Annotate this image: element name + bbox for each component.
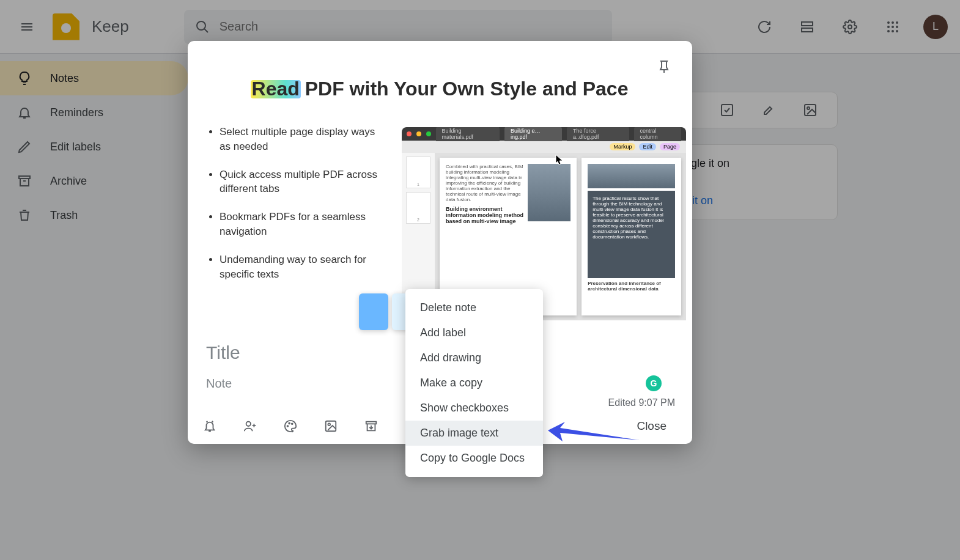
hero-bullet: Bookmark PDFs for a seamless navigation bbox=[220, 210, 383, 239]
svg-point-20 bbox=[292, 423, 293, 424]
note-body-input[interactable]: Note bbox=[206, 377, 232, 391]
hero-bullet-list: Select multiple page display ways as nee… bbox=[206, 125, 383, 326]
pdf-thumb: 2 bbox=[406, 192, 430, 224]
pdf-pill: Page bbox=[660, 143, 680, 150]
grammarly-icon[interactable]: G bbox=[646, 375, 662, 391]
hero-bullet: Undemanding way to search for specific t… bbox=[220, 252, 383, 282]
note-context-menu: Delete note Add label Add drawing Make a… bbox=[405, 289, 543, 477]
archive-note-icon[interactable] bbox=[363, 418, 380, 435]
menu-make-copy[interactable]: Make a copy bbox=[405, 370, 543, 396]
pdf-pill: Edit bbox=[639, 143, 656, 150]
note-hero-title: Read PDF with Your Own Style and Pace bbox=[188, 78, 692, 100]
menu-show-checkboxes[interactable]: Show checkboxes bbox=[405, 396, 543, 421]
collaborator-icon[interactable] bbox=[242, 418, 259, 435]
hero-bullet: Select multiple page display ways as nee… bbox=[220, 125, 383, 154]
pdf-tab: Building e…ing.pdf bbox=[504, 127, 562, 141]
pdf-tab: The force a..dfog.pdf bbox=[567, 127, 629, 141]
pdf-pill: Markup bbox=[610, 143, 635, 150]
reminder-icon[interactable] bbox=[201, 418, 218, 435]
pdf-page-right: The practical results show that through … bbox=[582, 158, 681, 315]
menu-add-drawing[interactable]: Add drawing bbox=[405, 345, 543, 370]
palette-icon[interactable] bbox=[282, 418, 299, 435]
menu-add-label[interactable]: Add label bbox=[405, 320, 543, 345]
svg-point-22 bbox=[328, 423, 330, 426]
pin-icon[interactable] bbox=[652, 54, 676, 79]
add-image-icon[interactable] bbox=[322, 418, 339, 435]
close-button[interactable]: Close bbox=[624, 414, 679, 438]
menu-copy-to-docs[interactable]: Copy to Google Docs bbox=[405, 446, 543, 471]
svg-point-19 bbox=[289, 423, 290, 424]
menu-grab-image-text[interactable]: Grab image text bbox=[405, 421, 543, 446]
pdf-tab: central column bbox=[634, 127, 681, 141]
pdf-thumb: 1 bbox=[406, 157, 430, 188]
svg-rect-21 bbox=[326, 421, 336, 432]
pdf-tab: Building materials.pdf bbox=[436, 127, 500, 141]
svg-point-18 bbox=[287, 426, 289, 427]
svg-rect-23 bbox=[366, 422, 377, 424]
svg-point-17 bbox=[246, 422, 251, 426]
hero-bullet: Quick access multiple PDF across differe… bbox=[220, 168, 383, 197]
menu-delete-note[interactable]: Delete note bbox=[405, 295, 543, 320]
